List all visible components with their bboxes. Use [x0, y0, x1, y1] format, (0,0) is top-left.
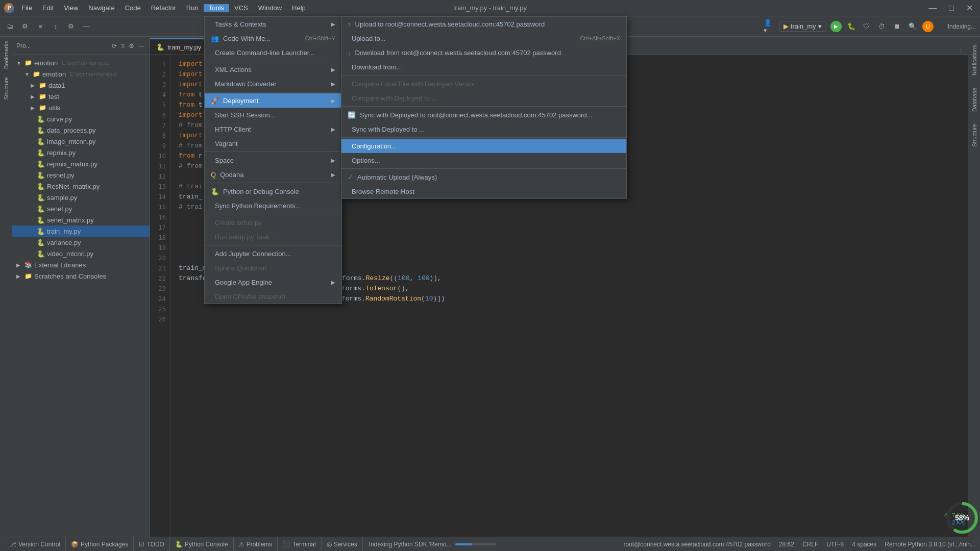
- repmix-matrix-label: repmix_matrix.py: [47, 160, 97, 168]
- panel-header: Pro... ⟳ ≡ ⚙ —: [12, 37, 150, 55]
- project-icon[interactable]: 🗂: [4, 21, 15, 32]
- code-line-26: [179, 314, 960, 324]
- filter-icon[interactable]: ≡: [120, 41, 126, 51]
- search-button[interactable]: 🔍: [907, 21, 918, 32]
- menu-navigate[interactable]: Navigate: [83, 4, 119, 12]
- line-numbers: 123456 789101112 131415161718 1920212223…: [150, 55, 170, 537]
- encoding[interactable]: UTF-8: [826, 541, 844, 548]
- database-panel[interactable]: Database: [970, 84, 978, 116]
- status-tab-terminal[interactable]: ⬛ Terminal: [278, 537, 321, 552]
- tree-test[interactable]: ▶ 📁 test: [12, 91, 150, 102]
- toolbar-btn-3[interactable]: ↕: [50, 21, 61, 32]
- senet-label: senet.py: [47, 205, 72, 213]
- status-tab-python-packages[interactable]: 📦 Python Packages: [66, 537, 134, 552]
- tree-image-mtcnn[interactable]: 🐍 image_mtcnn.py: [12, 136, 150, 147]
- tree-utils[interactable]: ▶ 📁 utils: [12, 102, 150, 113]
- editor-tab-train-my[interactable]: 🐍 train_my.py ✕: [150, 38, 215, 55]
- menu-help[interactable]: Help: [287, 4, 311, 12]
- right-panel: Notifications Database Structure: [968, 37, 980, 537]
- code-line-10: from r...: [179, 151, 960, 161]
- indexing-text: Indexing...: [948, 23, 976, 30]
- indexing-bar: Indexing Python SDK 'Remo...: [369, 541, 497, 548]
- status-tab-problems[interactable]: ⚠ Problems: [234, 537, 278, 552]
- cursor-position[interactable]: 28:62: [779, 541, 794, 548]
- tree-train-my[interactable]: 🐍 train_my.py: [12, 226, 150, 237]
- tree-resnet[interactable]: 🐍 resnet.py: [12, 169, 150, 181]
- status-tab-python-console[interactable]: 🐍 Python Console: [170, 537, 234, 552]
- sync-icon[interactable]: ⟳: [111, 41, 118, 51]
- progress-fill: [455, 543, 472, 545]
- run-config-selector[interactable]: ▶ train_my ▾: [779, 21, 826, 32]
- emotion-label: emotion: [42, 70, 66, 78]
- close-button[interactable]: ✕: [963, 2, 976, 14]
- code-line-4: from t...: [179, 90, 960, 100]
- status-tab-todo[interactable]: ☑ TODO: [134, 537, 169, 552]
- editor-options-icon[interactable]: ⋮: [954, 48, 968, 55]
- emotion-expand-icon: ▼: [24, 71, 31, 77]
- user-icon[interactable]: 👤▾: [764, 21, 775, 32]
- menu-code[interactable]: Code: [120, 4, 146, 12]
- indent[interactable]: 4 spaces: [852, 541, 876, 548]
- menu-tools[interactable]: Tools: [204, 4, 229, 12]
- status-tab-services[interactable]: ◎ Services: [322, 537, 363, 552]
- collapse-icon[interactable]: —: [137, 41, 145, 51]
- menu-run[interactable]: Run: [181, 4, 204, 12]
- file-server-info: root@connect.westa.seetacloud.com:45702 …: [623, 541, 770, 548]
- tree-variance[interactable]: 🐍 variance.py: [12, 237, 150, 248]
- tree-senet-matrix[interactable]: 🐍 senet_matrix.py: [12, 214, 150, 226]
- menu-vcs[interactable]: VCS: [229, 4, 253, 12]
- tree-resnet-matrix[interactable]: 🐍 ResNet_matrix.py: [12, 181, 150, 192]
- menu-edit[interactable]: Edit: [37, 4, 59, 12]
- code-content[interactable]: import ... import ... import ... from t.…: [170, 55, 968, 537]
- profile-button[interactable]: ⏱: [876, 21, 888, 32]
- line-ending[interactable]: CRLF: [802, 541, 818, 548]
- tree-root[interactable]: ▼ 📁 emotion E:\pycharm\project: [12, 57, 150, 68]
- tree-video-mtcnn[interactable]: 🐍 video_mtcnn.py: [12, 248, 150, 259]
- tree-repmix-matrix[interactable]: 🐍 repmix_matrix.py: [12, 158, 150, 169]
- bookmarks-panel-label[interactable]: Bookmarks: [2, 37, 10, 73]
- senet-file-icon: 🐍: [37, 205, 45, 213]
- data1-expand-icon: ▶: [31, 83, 37, 88]
- tree-sample[interactable]: 🐍 sample.py: [12, 192, 150, 203]
- toolbar-btn-4[interactable]: ⚙: [65, 21, 77, 32]
- tree-data1[interactable]: ▶ 📁 data1: [12, 80, 150, 91]
- stop-button[interactable]: ⏹: [892, 21, 903, 32]
- tree-curve[interactable]: 🐍 curve.py: [12, 113, 150, 124]
- status-tab-version-control[interactable]: ⎇ Version Control: [4, 537, 66, 552]
- tree-external-libraries[interactable]: ▶ 📚 External Libraries: [12, 259, 150, 270]
- minimize-button[interactable]: —: [925, 3, 940, 14]
- toolbar-btn-5[interactable]: —: [81, 21, 92, 32]
- structure-panel[interactable]: Structure: [970, 120, 978, 151]
- tree-senet[interactable]: 🐍 senet.py: [12, 203, 150, 214]
- tree-repmix[interactable]: 🐍 repmix.py: [12, 147, 150, 158]
- menu-window[interactable]: Window: [253, 4, 287, 12]
- code-line-19: [179, 243, 960, 253]
- terminal-icon: ⬛: [283, 541, 290, 548]
- coverage-button[interactable]: 🛡: [861, 21, 872, 32]
- user-circle[interactable]: U: [922, 21, 934, 32]
- code-line-12: [179, 171, 960, 182]
- menu-view[interactable]: View: [59, 4, 83, 12]
- tab-icon: 🐍: [156, 43, 164, 51]
- toolbar-btn-1[interactable]: ⚙: [19, 21, 31, 32]
- interpreter[interactable]: Remote Python 3.8.10 (sf.../min...: [885, 541, 976, 548]
- tree-scratches[interactable]: ▶ 📁 Scratches and Consoles: [12, 270, 150, 282]
- structure-panel-label[interactable]: Structure: [2, 73, 10, 104]
- tab-close-button[interactable]: ✕: [204, 44, 209, 51]
- menu-refactor[interactable]: Refactor: [146, 4, 181, 12]
- toolbar-btn-2[interactable]: ≡: [35, 21, 46, 32]
- curve-file-icon: 🐍: [37, 115, 45, 123]
- notifications-panel[interactable]: Notifications: [970, 41, 978, 80]
- tree-emotion[interactable]: ▼ 📁 emotion E:\pycharm\project: [12, 68, 150, 80]
- run-button[interactable]: ▶: [830, 21, 842, 32]
- debug-button[interactable]: 🐛: [846, 21, 857, 32]
- tree-data-process[interactable]: 🐍 data_process.py: [12, 124, 150, 136]
- train-my-label: train_my.py: [47, 228, 81, 235]
- code-line-1: import ...: [179, 59, 960, 69]
- settings-icon[interactable]: ⚙: [128, 41, 135, 51]
- train-my-file-icon: 🐍: [37, 228, 45, 235]
- menu-file[interactable]: File: [16, 4, 37, 12]
- maximize-button[interactable]: □: [946, 3, 957, 14]
- emotion-folder-icon: 📁: [33, 70, 40, 78]
- data-process-file-icon: 🐍: [37, 127, 45, 134]
